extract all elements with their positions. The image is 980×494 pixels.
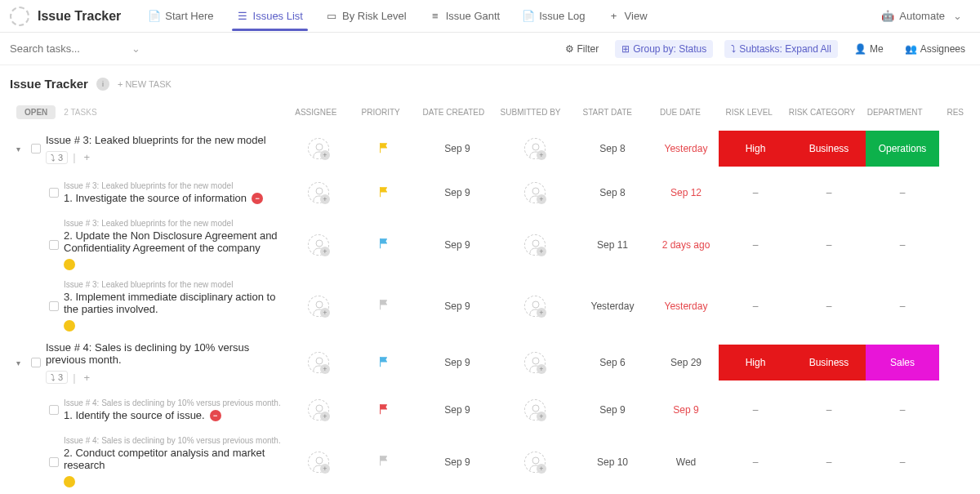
subtasks-label: Subtasks: Expand All [739, 43, 831, 55]
nav-start-here[interactable]: 📄 Start Here [137, 2, 225, 30]
date-created-cell: Sep 9 [416, 300, 498, 312]
add-subtask-button[interactable]: + [81, 372, 94, 384]
chevron-down-icon: ⌄ [953, 10, 962, 22]
priority-cell[interactable] [351, 238, 416, 251]
department-tag[interactable]: Sales [866, 345, 939, 381]
date-created-cell: Sep 9 [416, 357, 498, 368]
nav-add-view[interactable]: + View [597, 2, 659, 30]
group-by-button[interactable]: ⊞ Group by: Status [615, 40, 713, 58]
assignee-placeholder[interactable]: + [308, 399, 329, 421]
priority-cell[interactable] [351, 356, 416, 370]
robot-icon: 🤖 [881, 10, 894, 22]
start-date-cell: Sep 9 [572, 404, 653, 416]
parent-crumb[interactable]: Issue # 4: Sales is declining by 10% ver… [64, 398, 286, 407]
status-progress-icon [64, 259, 75, 270]
plus-icon: + [537, 308, 546, 318]
priority-cell[interactable] [351, 403, 416, 417]
col-priority[interactable]: PRIORITY [348, 108, 412, 117]
priority-cell[interactable] [351, 299, 416, 313]
subtask-row[interactable]: Issue # 4: Sales is declining by 10% ver… [0, 431, 980, 492]
subtask-row[interactable]: Issue # 4: Sales is declining by 10% ver… [0, 389, 980, 431]
due-date-cell: Sep 12 [653, 187, 719, 198]
assignee-placeholder[interactable]: + [308, 234, 329, 256]
nav-issues-list[interactable]: ☰ Issues List [225, 2, 314, 30]
col-risk-cat[interactable]: RISK CATEGORY [786, 108, 858, 117]
task-checkbox[interactable] [49, 301, 59, 311]
task-row[interactable]: ▾ Issue # 4: Sales is declining by 10% v… [0, 336, 980, 389]
risk-category-tag[interactable]: Business [792, 131, 866, 167]
expand-icon[interactable]: ▾ [16, 358, 26, 367]
add-subtask-button[interactable]: + [81, 151, 94, 163]
task-checkbox[interactable] [49, 457, 59, 467]
doc-icon: 📄 [149, 11, 160, 22]
subtask-row[interactable]: Issue # 3: Leaked blueprints for the new… [0, 275, 980, 336]
chevron-down-icon[interactable]: ⌄ [131, 42, 140, 55]
parent-crumb[interactable]: Issue # 3: Leaked blueprints for the new… [64, 280, 286, 289]
task-checkbox[interactable] [49, 188, 59, 198]
assignee-placeholder[interactable]: + [524, 399, 546, 421]
info-icon[interactable]: i [96, 78, 109, 91]
automate-button[interactable]: 🤖 Automate ⌄ [873, 5, 970, 27]
me-button[interactable]: 👤 Me [849, 40, 889, 58]
assignee-placeholder[interactable]: + [524, 452, 546, 473]
risk-level-tag[interactable]: High [719, 345, 792, 381]
assignee-placeholder[interactable]: + [308, 452, 329, 473]
group-label: Group by: Status [633, 43, 706, 55]
assignee-placeholder[interactable]: + [524, 296, 546, 317]
nav-label: Issues List [253, 10, 303, 22]
task-checkbox[interactable] [31, 358, 41, 367]
risk-level-tag[interactable]: High [719, 131, 792, 167]
task-checkbox[interactable] [49, 405, 59, 415]
task-row[interactable]: ▾ Issue # 3: Leaked blueprints for the n… [0, 126, 980, 171]
priority-cell[interactable] [351, 455, 416, 469]
priority-cell[interactable] [351, 142, 416, 156]
department-tag[interactable]: Operations [866, 131, 939, 167]
col-date-created[interactable]: DATE CREATED [413, 108, 494, 117]
start-date-cell: Sep 10 [572, 456, 653, 468]
nav-label: By Risk Level [342, 10, 407, 22]
expand-icon[interactable]: ▾ [16, 145, 26, 154]
assignee-placeholder[interactable]: + [308, 138, 329, 159]
svg-point-4 [316, 240, 323, 247]
assignee-placeholder[interactable]: + [524, 234, 546, 256]
assignee-placeholder[interactable]: + [524, 352, 546, 373]
svg-point-5 [532, 240, 539, 247]
priority-cell[interactable] [351, 186, 416, 200]
col-risk-level[interactable]: RISK LEVEL [713, 108, 786, 117]
col-res[interactable]: RES [931, 108, 964, 117]
assignee-placeholder[interactable]: + [308, 296, 329, 317]
assignee-placeholder[interactable]: + [524, 138, 546, 159]
subtask-row[interactable]: Issue # 3: Leaked blueprints for the new… [0, 171, 980, 214]
parent-crumb[interactable]: Issue # 3: Leaked blueprints for the new… [64, 181, 286, 190]
risk-category-tag[interactable]: Business [792, 345, 866, 381]
nav-issue-log[interactable]: 📄 Issue Log [511, 2, 596, 30]
col-dept[interactable]: DEPARTMENT [858, 108, 931, 117]
parent-crumb[interactable]: Issue # 4: Sales is declining by 10% ver… [64, 436, 286, 445]
nav-issue-gantt[interactable]: ≡ Issue Gantt [418, 2, 511, 30]
assignee-placeholder[interactable]: + [308, 352, 329, 373]
filter-button[interactable]: ⚙ Filter [560, 40, 604, 58]
parent-crumb[interactable]: Issue # 3: Leaked blueprints for the new… [64, 219, 286, 228]
col-submitted[interactable]: SUBMITTED BY [494, 108, 567, 117]
new-task-button[interactable]: + NEW TASK [118, 79, 172, 89]
assignee-placeholder[interactable]: + [524, 182, 546, 203]
plus-icon: + [320, 247, 330, 256]
col-assignee[interactable]: ASSIGNEE [283, 108, 348, 117]
assignee-placeholder[interactable]: + [308, 182, 329, 203]
col-due[interactable]: DUE DATE [648, 108, 712, 117]
subtask-count-badge[interactable]: ⤵ 3 [46, 371, 68, 384]
task-name: Issue # 4: Sales is declining by 10% ver… [46, 341, 286, 366]
task-checkbox[interactable] [49, 240, 59, 250]
task-checkbox[interactable] [31, 144, 41, 154]
department-cell: – [866, 456, 939, 468]
subtask-count-badge[interactable]: ⤵ 3 [46, 151, 68, 164]
search-input[interactable] [10, 42, 108, 55]
nav-by-risk-level[interactable]: ▭ By Risk Level [314, 2, 418, 30]
assignees-button[interactable]: 👥 Assignees [900, 40, 970, 58]
search-box: ⌄ [10, 42, 140, 55]
subtask-row[interactable]: Issue # 3: Leaked blueprints for the new… [0, 214, 980, 275]
people-icon: 👥 [905, 43, 917, 55]
col-start[interactable]: START DATE [567, 108, 648, 117]
status-open-badge[interactable]: OPEN [16, 105, 56, 119]
subtasks-button[interactable]: ⤵ Subtasks: Expand All [724, 40, 838, 58]
